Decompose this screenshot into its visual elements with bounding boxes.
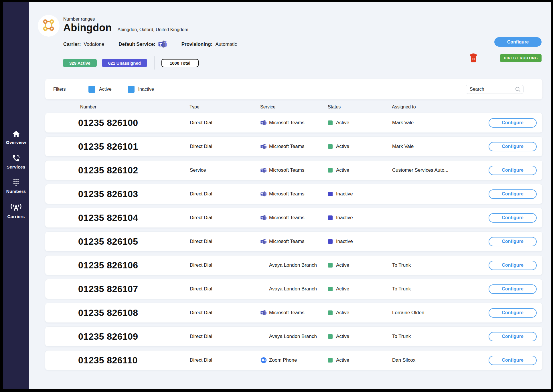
table-row: 01235 826110 Direct Dial Zoom Phone Acti… (45, 350, 543, 370)
search-icon (515, 86, 521, 92)
service-label: Microsoft Teams (269, 239, 304, 244)
status-label: Inactive (336, 191, 353, 197)
active-filter: Active (88, 86, 112, 93)
inactive-filter-checkbox[interactable] (128, 86, 135, 93)
microsoft-teams-icon (260, 167, 267, 173)
column-headers: Number Type Service Status Assigned to (45, 100, 543, 113)
row-configure-button[interactable]: Configure (489, 189, 537, 199)
sidebar-item-numbers[interactable]: Numbers (3, 179, 29, 194)
status-label: Active (336, 167, 349, 173)
active-count-badge: 329 Active (63, 59, 97, 67)
type-cell: Direct Dial (190, 239, 260, 244)
type-cell: Direct Dial (190, 215, 260, 221)
table-row: 01235 826102 Service Microsoft Teams Act… (45, 160, 543, 180)
number-cell: 01235 826108 (78, 308, 190, 318)
table-row: 01235 826107 Direct Dial Avaya London Br… (45, 279, 543, 299)
antenna-icon (10, 203, 22, 212)
number-cell: 01235 826102 (78, 165, 190, 176)
sidebar-item-overview[interactable]: Overview (3, 130, 29, 145)
trash-icon (470, 59, 477, 64)
assigned-cell: To Trunk (392, 286, 489, 292)
sidebar-item-services[interactable]: Services (3, 154, 29, 170)
provisioning-label: Provisioning: (181, 41, 213, 47)
number-cell: 01235 826100 (78, 118, 190, 128)
number-cell: 01235 826101 (78, 141, 190, 152)
type-cell: Direct Dial (190, 144, 260, 149)
service-cell: Avaya London Branch (260, 333, 328, 340)
status-square (328, 144, 333, 149)
inactive-filter: Inactive (128, 86, 154, 93)
service-cell: Zoom Phone (260, 357, 328, 363)
row-configure-button[interactable]: Configure (489, 118, 537, 128)
status-cell: Active (328, 262, 392, 268)
service-cell: Microsoft Teams (260, 215, 328, 221)
default-service-label: Default Service: (118, 41, 155, 47)
row-configure-button[interactable]: Configure (489, 308, 537, 318)
number-ranges-table: Filters Active Inactive Number Type (45, 79, 543, 370)
table-row: 01235 826100 Direct Dial Microsoft Teams… (45, 113, 543, 133)
row-configure-button[interactable]: Configure (489, 166, 537, 175)
number-cell: 01235 826110 (78, 355, 190, 366)
direct-routing-badge: DIRECT ROUTING (500, 54, 542, 62)
assigned-cell: To Trunk (392, 262, 489, 268)
assigned-cell: Customer Services Auto... (392, 167, 489, 173)
status-label: Active (336, 310, 349, 316)
row-configure-button[interactable]: Configure (489, 142, 537, 151)
delete-button[interactable] (470, 53, 477, 63)
carrier-info: Carrier: Vodafone (63, 41, 104, 47)
status-label: Inactive (336, 239, 353, 244)
phone-icon (12, 154, 20, 162)
status-cell: Active (328, 310, 392, 316)
configure-button[interactable]: Configure (494, 37, 542, 47)
service-label: Zoom Phone (269, 357, 297, 363)
sidebar: Overview Services Numbers Carriers (3, 2, 29, 389)
filters-label: Filters (53, 87, 66, 92)
default-service-info: Default Service: (118, 40, 167, 48)
microsoft-teams-icon (260, 191, 267, 197)
sidebar-item-label: Carriers (7, 214, 25, 219)
unassigned-count-badge: 621 Unassigned (102, 59, 147, 67)
assigned-cell: Mark Vale (392, 144, 489, 149)
status-cell: Active (328, 167, 392, 173)
app-frame: Overview Services Numbers Carriers (0, 0, 553, 392)
active-filter-label: Active (99, 87, 112, 92)
microsoft-teams-icon (260, 310, 267, 316)
type-cell: Direct Dial (190, 357, 260, 363)
service-cell: Avaya London Branch (260, 286, 328, 292)
service-cell: Microsoft Teams (260, 143, 328, 150)
assigned-cell: To Trunk (392, 334, 489, 339)
type-cell: Direct Dial (190, 286, 260, 292)
row-configure-button[interactable]: Configure (489, 213, 537, 223)
status-square (328, 120, 333, 125)
row-configure-button[interactable]: Configure (489, 284, 537, 294)
status-label: Inactive (336, 215, 353, 221)
status-label: Active (336, 334, 349, 339)
sidebar-item-carriers[interactable]: Carriers (3, 203, 29, 219)
type-cell: Service (190, 167, 260, 173)
filter-divider (73, 83, 73, 96)
number-cell: 01235 826105 (78, 236, 190, 247)
status-cell: Active (328, 286, 392, 292)
service-label: Microsoft Teams (269, 167, 304, 173)
microsoft-teams-icon (260, 120, 267, 126)
table-row: 01235 826106 Direct Dial Avaya London Br… (45, 255, 543, 275)
table-row: 01235 826104 Direct Dial Microsoft Teams… (45, 208, 543, 228)
service-label: Microsoft Teams (269, 191, 304, 197)
row-configure-button[interactable]: Configure (489, 261, 537, 270)
number-cell: 01235 826103 (78, 189, 190, 199)
service-cell: Microsoft Teams (260, 167, 328, 173)
status-square (328, 239, 333, 244)
page-header: Number ranges Abingdon Abingdon, Oxford,… (38, 15, 542, 70)
row-configure-button[interactable]: Configure (489, 237, 537, 246)
column-header-number: Number (78, 104, 189, 110)
sidebar-nav: Overview Services Numbers Carriers (3, 130, 29, 219)
service-label: Avaya London Branch (269, 262, 317, 268)
row-configure-button[interactable]: Configure (489, 356, 537, 365)
row-configure-button[interactable]: Configure (489, 332, 537, 341)
type-cell: Direct Dial (190, 120, 260, 126)
filter-bar: Filters Active Inactive (45, 79, 543, 100)
active-filter-checkbox[interactable] (88, 86, 95, 93)
number-cell: 01235 826107 (78, 284, 190, 294)
service-label: Avaya London Branch (269, 286, 317, 292)
table-row: 01235 826103 Direct Dial Microsoft Teams… (45, 184, 543, 204)
